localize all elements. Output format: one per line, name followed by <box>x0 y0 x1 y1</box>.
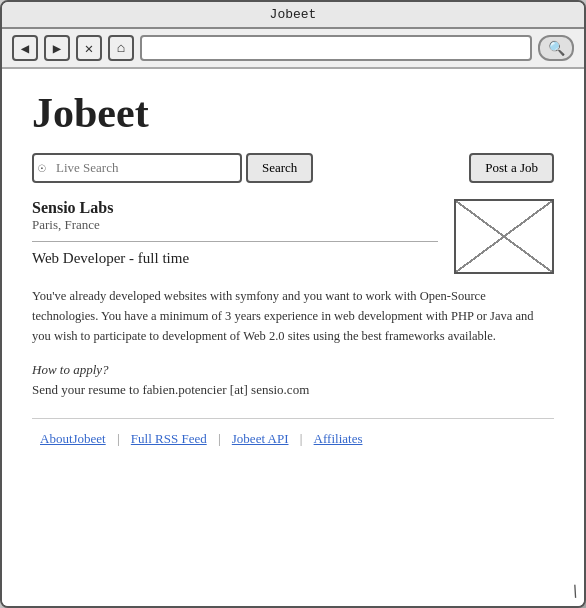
forward-button[interactable]: ▶ <box>44 35 70 61</box>
footer-link-about[interactable]: AboutJobeet <box>32 431 114 447</box>
site-title: Jobeet <box>32 89 554 137</box>
home-button[interactable]: ⌂ <box>108 35 134 61</box>
back-button[interactable]: ◀ <box>12 35 38 61</box>
job-title: Web Developer - full time <box>32 250 438 267</box>
post-job-button[interactable]: Post a Job <box>469 153 554 183</box>
search-icon: ☉ <box>38 160 46 176</box>
browser-title: Jobeet <box>270 7 317 22</box>
company-location: Paris, France <box>32 217 438 233</box>
job-section: Sensio Labs Paris, France Web Developer … <box>32 199 554 274</box>
search-row: ☉ Search Post a Job <box>32 153 554 183</box>
job-info: Sensio Labs Paris, France Web Developer … <box>32 199 438 274</box>
browser-window: Jobeet ◀ ▶ ✕ ⌂ 🔍 Jobeet ☉ Search Post a … <box>0 0 586 608</box>
live-search-input[interactable] <box>32 153 242 183</box>
search-input-wrapper: ☉ <box>32 153 242 183</box>
footer-link-affiliates[interactable]: Affiliates <box>306 431 371 447</box>
browser-titlebar: Jobeet <box>2 2 584 29</box>
job-description: You've already developed websites with s… <box>32 286 554 346</box>
company-logo-placeholder <box>454 199 554 274</box>
footer-link-rss[interactable]: Full RSS Feed <box>123 431 215 447</box>
stop-button[interactable]: ✕ <box>76 35 102 61</box>
browser-content: Jobeet ☉ Search Post a Job Sensio Labs P… <box>2 69 584 606</box>
search-button[interactable]: Search <box>246 153 313 183</box>
browser-toolbar: ◀ ▶ ✕ ⌂ 🔍 <box>2 29 584 69</box>
how-to-apply-label: How to apply? <box>32 362 554 378</box>
footer-link-api[interactable]: Jobeet API <box>224 431 297 447</box>
browser-search-button[interactable]: 🔍 <box>538 35 574 61</box>
company-name: Sensio Labs <box>32 199 438 217</box>
apply-instruction: Send your resume to fabien.potencier [at… <box>32 382 554 398</box>
footer-links: AboutJobeet | Full RSS Feed | Jobeet API… <box>32 418 554 447</box>
job-divider <box>32 241 438 242</box>
corner-mark: ∖ <box>568 582 578 602</box>
address-bar[interactable] <box>140 35 532 61</box>
